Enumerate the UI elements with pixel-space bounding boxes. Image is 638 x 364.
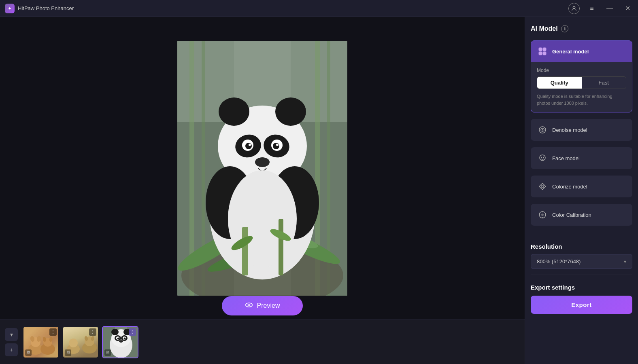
main-layout: Preview ▾ + bbox=[0, 17, 638, 364]
user-icon[interactable] bbox=[568, 3, 580, 14]
resolution-value: 800% (5120*7648) bbox=[537, 258, 581, 265]
general-model-label: General model bbox=[552, 49, 589, 55]
title-bar-left: ✦ HitPaw Photo Enhancer bbox=[5, 4, 74, 13]
face-model-icon bbox=[537, 152, 548, 164]
color-calibration-icon bbox=[537, 209, 548, 220]
colorize-model-label: Colorize model bbox=[552, 184, 587, 190]
quality-mode-button[interactable]: Quality bbox=[537, 77, 582, 89]
svg-point-24 bbox=[249, 144, 251, 146]
preview-button[interactable]: Preview bbox=[222, 296, 303, 315]
denoise-model-label: Denoise model bbox=[552, 127, 587, 133]
main-image bbox=[177, 41, 347, 296]
color-calibration-label: Color Calibration bbox=[552, 212, 591, 218]
title-bar: ✦ HitPaw Photo Enhancer ≡ — ✕ bbox=[0, 0, 638, 17]
svg-point-25 bbox=[276, 144, 279, 146]
color-calibration-card[interactable]: Color Calibration bbox=[531, 204, 632, 226]
svg-point-70 bbox=[542, 129, 543, 131]
general-model-icon bbox=[537, 46, 548, 57]
ai-model-section-title: AI Model ℹ bbox=[531, 25, 632, 32]
chevron-down-icon: ▾ bbox=[624, 259, 626, 265]
general-model-card: General model Mode Quality Fast Quality … bbox=[531, 40, 632, 112]
ai-model-info-icon[interactable]: ℹ bbox=[561, 25, 568, 32]
menu-button[interactable]: ≡ bbox=[586, 3, 598, 14]
resolution-title: Resolution bbox=[531, 243, 632, 250]
app-title: HitPaw Photo Enhancer bbox=[18, 5, 74, 11]
canvas-workspace bbox=[0, 17, 525, 320]
filmstrip-add-button[interactable]: + bbox=[5, 343, 18, 356]
svg-point-74 bbox=[541, 185, 544, 188]
close-button[interactable]: ✕ bbox=[622, 3, 633, 14]
filmstrip-item[interactable]: ⋮ 🖼 bbox=[62, 326, 99, 358]
fast-mode-button[interactable]: Fast bbox=[582, 77, 626, 89]
svg-point-73 bbox=[543, 157, 544, 158]
svg-point-0 bbox=[573, 6, 575, 8]
filmstrip: ▾ + bbox=[0, 320, 525, 364]
svg-point-80 bbox=[541, 214, 544, 216]
minimize-button[interactable]: — bbox=[604, 3, 615, 14]
panda-svg bbox=[177, 41, 347, 296]
preview-button-container: Preview bbox=[222, 296, 303, 315]
svg-point-34 bbox=[245, 303, 252, 307]
mode-label: Mode bbox=[537, 68, 626, 73]
filmstrip-images: ⋮ 🖼 ⋮ bbox=[23, 326, 138, 358]
resolution-dropdown[interactable]: 800% (5120*7648) ▾ bbox=[531, 254, 632, 269]
filmstrip-item[interactable]: ⋮ 🖼 bbox=[102, 326, 138, 358]
filmstrip-item-menu[interactable]: ⋮ bbox=[49, 328, 57, 336]
filmstrip-controls: ▾ + bbox=[5, 328, 18, 356]
svg-rect-65 bbox=[543, 48, 546, 51]
filmstrip-expand-button[interactable]: ▾ bbox=[5, 328, 18, 341]
filmstrip-type-icon: 🖼 bbox=[104, 349, 111, 356]
svg-rect-30 bbox=[242, 227, 248, 275]
svg-point-29 bbox=[228, 170, 297, 267]
divider-2 bbox=[531, 275, 632, 275]
preview-label: Preview bbox=[257, 302, 280, 309]
app-logo: ✦ bbox=[5, 4, 15, 13]
title-bar-right: ≡ — ✕ bbox=[568, 3, 633, 14]
svg-point-16 bbox=[219, 97, 249, 126]
svg-point-63 bbox=[119, 340, 123, 343]
face-model-label: Face model bbox=[552, 155, 580, 161]
right-panel: AI Model ℹ General model Mode bbox=[525, 17, 638, 364]
preview-icon bbox=[245, 301, 253, 311]
denoise-model-icon bbox=[537, 124, 548, 135]
face-model-card[interactable]: Face model bbox=[531, 147, 632, 169]
svg-rect-67 bbox=[543, 52, 546, 55]
canvas-area: Preview ▾ + bbox=[0, 17, 525, 364]
filmstrip-type-icon: 🖼 bbox=[25, 349, 32, 356]
resolution-section: Resolution 800% (5120*7648) ▾ bbox=[531, 243, 632, 269]
svg-rect-66 bbox=[539, 52, 542, 55]
divider bbox=[531, 234, 632, 234]
filmstrip-type-icon: 🖼 bbox=[65, 349, 71, 356]
svg-point-61 bbox=[117, 337, 119, 339]
svg-rect-64 bbox=[539, 48, 542, 51]
svg-point-71 bbox=[540, 155, 545, 161]
mode-description: Quality mode is suitable for enhancing p… bbox=[537, 93, 626, 106]
svg-point-26 bbox=[255, 157, 270, 167]
svg-rect-31 bbox=[279, 219, 283, 275]
svg-point-45 bbox=[69, 339, 78, 347]
svg-point-35 bbox=[248, 304, 250, 306]
svg-point-72 bbox=[541, 157, 542, 158]
denoise-model-card[interactable]: Denoise model bbox=[531, 119, 632, 141]
svg-point-55 bbox=[111, 329, 119, 335]
svg-point-23 bbox=[273, 143, 279, 149]
export-section: Export settings Export bbox=[531, 284, 632, 314]
colorize-model-card[interactable]: Colorize model bbox=[531, 176, 632, 197]
svg-point-17 bbox=[275, 97, 306, 126]
colorize-model-icon bbox=[537, 181, 548, 192]
export-settings-title: Export settings bbox=[531, 284, 632, 291]
filmstrip-item[interactable]: ⋮ 🖼 bbox=[23, 326, 59, 358]
general-model-content: Mode Quality Fast Quality mode is suitab… bbox=[531, 62, 632, 112]
mode-toggle: Quality Fast bbox=[537, 76, 626, 89]
export-button[interactable]: Export bbox=[531, 296, 632, 314]
filmstrip-item-menu[interactable]: ⋮ bbox=[89, 328, 96, 336]
general-model-header[interactable]: General model bbox=[531, 41, 632, 62]
svg-point-62 bbox=[124, 337, 126, 339]
filmstrip-item-menu[interactable]: ⋮ bbox=[129, 328, 136, 336]
svg-point-22 bbox=[245, 143, 252, 149]
